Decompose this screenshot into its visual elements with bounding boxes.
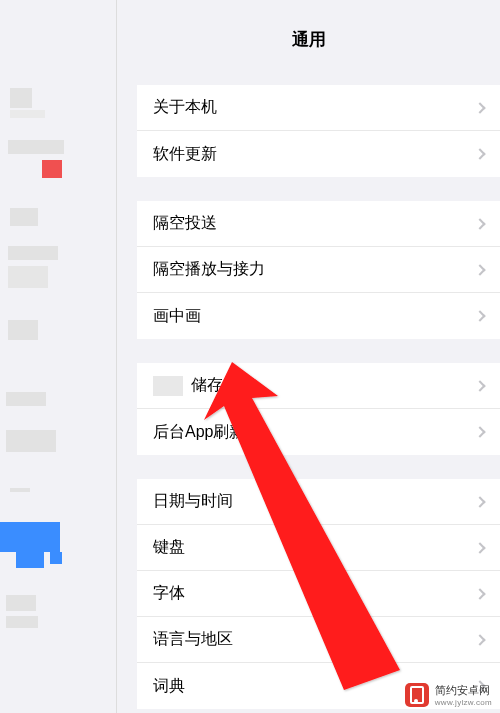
chevron-right-icon — [474, 218, 485, 229]
row-label: 软件更新 — [153, 144, 476, 165]
row-airdrop[interactable]: 隔空投送 — [137, 201, 500, 247]
row-label: 语言与地区 — [153, 629, 476, 650]
chevron-right-icon — [474, 426, 485, 437]
row-about[interactable]: 关于本机 — [137, 85, 500, 131]
row-date-time[interactable]: 日期与时间 — [137, 479, 500, 525]
blurred-item — [10, 488, 30, 492]
blurred-prefix — [153, 376, 183, 396]
row-label: 画中画 — [153, 306, 476, 327]
blurred-item — [42, 160, 62, 178]
blurred-selected-item — [16, 552, 44, 568]
group-airdrop: 隔空投送 隔空播放与接力 画中画 — [137, 201, 500, 339]
blurred-selected-item — [50, 552, 62, 564]
blurred-item — [10, 110, 45, 118]
row-software-update[interactable]: 软件更新 — [137, 131, 500, 177]
blurred-item — [6, 430, 56, 452]
row-label: 隔空投送 — [153, 213, 476, 234]
blurred-selected-item — [0, 522, 60, 552]
row-label: 储存空间 — [191, 375, 476, 396]
row-label: 日期与时间 — [153, 491, 476, 512]
watermark-icon — [405, 683, 429, 707]
row-storage[interactable]: 储存空间 — [137, 363, 500, 409]
chevron-right-icon — [474, 496, 485, 507]
row-label: 隔空播放与接力 — [153, 259, 476, 280]
watermark: 简约安卓网 www.jylzw.com — [405, 683, 492, 707]
chevron-right-icon — [474, 634, 485, 645]
row-fonts[interactable]: 字体 — [137, 571, 500, 617]
chevron-right-icon — [474, 264, 485, 275]
blurred-item — [8, 140, 64, 154]
settings-sidebar — [0, 0, 116, 713]
chevron-right-icon — [474, 380, 485, 391]
settings-content[interactable]: 关于本机 软件更新 隔空投送 隔空播放与接力 画中画 — [117, 85, 500, 713]
blurred-item — [6, 595, 36, 611]
group-storage: 储存空间 后台App刷新 — [137, 363, 500, 455]
page-title: 通用 — [117, 0, 500, 73]
group-datetime: 日期与时间 键盘 字体 语言与地区 词典 — [137, 479, 500, 709]
group-about: 关于本机 软件更新 — [137, 85, 500, 177]
chevron-right-icon — [474, 310, 485, 321]
chevron-right-icon — [474, 588, 485, 599]
row-language-region[interactable]: 语言与地区 — [137, 617, 500, 663]
row-label: 字体 — [153, 583, 476, 604]
row-label: 键盘 — [153, 537, 476, 558]
chevron-right-icon — [474, 542, 485, 553]
watermark-text-cn: 简约安卓网 — [435, 683, 492, 698]
row-label: 后台App刷新 — [153, 422, 476, 443]
blurred-item — [8, 246, 58, 260]
row-background-app-refresh[interactable]: 后台App刷新 — [137, 409, 500, 455]
blurred-item — [10, 88, 32, 108]
row-picture-in-picture[interactable]: 画中画 — [137, 293, 500, 339]
main-panel: 通用 关于本机 软件更新 隔空投送 隔空播放与接力 — [116, 0, 500, 713]
chevron-right-icon — [474, 102, 485, 113]
blurred-item — [6, 616, 38, 628]
row-airplay-handoff[interactable]: 隔空播放与接力 — [137, 247, 500, 293]
chevron-right-icon — [474, 148, 485, 159]
blurred-item — [6, 392, 46, 406]
row-keyboard[interactable]: 键盘 — [137, 525, 500, 571]
blurred-item — [8, 266, 48, 288]
blurred-item — [8, 320, 38, 340]
row-label: 关于本机 — [153, 97, 476, 118]
blurred-item — [10, 208, 38, 226]
watermark-text-en: www.jylzw.com — [435, 698, 492, 707]
